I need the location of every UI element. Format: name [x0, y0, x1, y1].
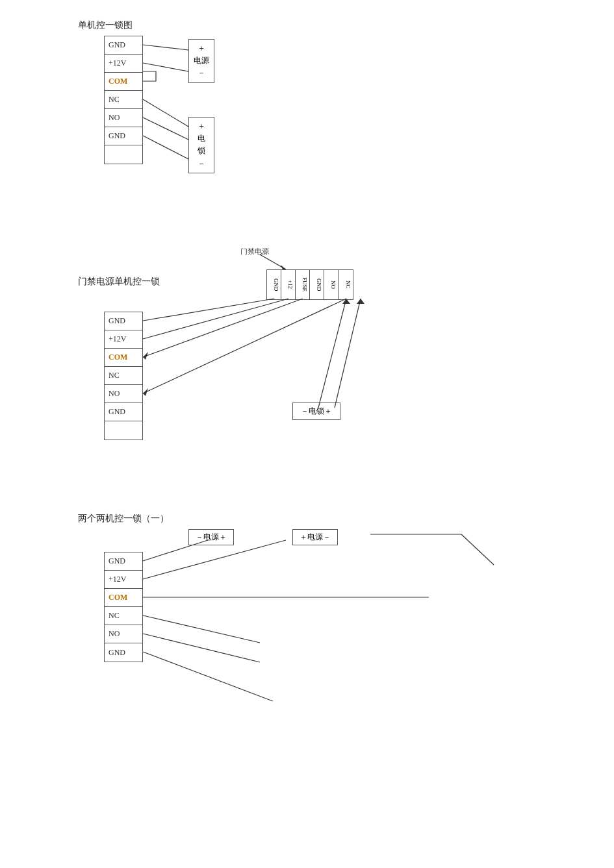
d3-terminal-gnd: GND — [105, 552, 142, 571]
diagram1-title: 单机控一锁图 — [78, 19, 133, 31]
svg-line-8 — [143, 299, 288, 339]
d2-terminal-no: NO — [105, 385, 142, 403]
diagram3-terminal: GND +12V COM NC NO GND — [104, 552, 143, 662]
ctrl-no: NO — [324, 270, 339, 299]
ctrl-gnd: GND — [267, 270, 281, 299]
svg-line-14 — [335, 299, 361, 408]
svg-line-3 — [143, 118, 188, 140]
d2-terminal-12v: +12V — [105, 330, 142, 349]
diagram2-terminal: GND +12V COM NC NO GND — [104, 312, 143, 440]
svg-line-2 — [143, 99, 188, 127]
svg-marker-12 — [143, 388, 148, 396]
svg-line-21 — [143, 634, 260, 662]
d2-terminal-nc: NC — [105, 367, 142, 385]
diagram2-arrow-svg — [221, 247, 286, 273]
ctrl-fuse: FUSE — [296, 270, 310, 299]
d3-terminal-12v: +12V — [105, 571, 142, 589]
d2-terminal-gnd2: GND — [105, 403, 142, 421]
svg-line-18 — [143, 540, 286, 579]
svg-marker-10 — [143, 352, 148, 360]
ctrl-nc: NC — [339, 270, 353, 299]
svg-line-0 — [143, 45, 188, 50]
diagram1-terminal: GND +12V COM NC NO GND — [104, 36, 143, 164]
diagram2-title: 门禁电源单机控一锁 — [78, 276, 160, 288]
svg-line-7 — [143, 299, 274, 321]
terminal-no: NO — [105, 109, 142, 127]
terminal-nc: NC — [105, 91, 142, 109]
d2-terminal-gnd: GND — [105, 312, 142, 330]
diagram1-power-box: ＋电源－ — [188, 39, 214, 83]
svg-line-9 — [143, 299, 303, 357]
diagram2-controller-box: GND +12 FUSE GND NO NC — [266, 269, 353, 300]
terminal-12v: +12V — [105, 55, 142, 73]
d2-terminal-com: COM — [105, 349, 142, 367]
d3-terminal-gnd2: GND — [105, 643, 142, 662]
terminal-com: COM — [105, 73, 142, 91]
ctrl-gnd2: GND — [310, 270, 324, 299]
diagram3-title: 两个两机控一锁（一） — [78, 513, 169, 525]
svg-line-13 — [318, 299, 346, 408]
d2-terminal-empty — [105, 421, 142, 440]
terminal-gnd: GND — [105, 36, 142, 55]
terminal-empty — [105, 145, 142, 164]
svg-line-11 — [143, 299, 346, 393]
terminal-gnd2: GND — [105, 127, 142, 145]
diagram1-lock-box: ＋电锁－ — [188, 117, 214, 173]
svg-line-1 — [143, 63, 188, 71]
diagram3-power-left: －电源＋ — [188, 529, 234, 545]
diagram2-lock-box: －电锁＋ — [292, 403, 340, 420]
diagram3-power-right: ＋电源－ — [292, 529, 338, 545]
d3-terminal-no: NO — [105, 625, 142, 643]
d3-terminal-nc: NC — [105, 607, 142, 625]
svg-line-24 — [461, 534, 494, 565]
svg-line-4 — [143, 136, 188, 159]
svg-line-22 — [143, 652, 273, 701]
ctrl-12: +12 — [281, 270, 296, 299]
svg-marker-16 — [357, 299, 365, 304]
d3-terminal-com: COM — [105, 589, 142, 607]
svg-line-20 — [143, 615, 260, 643]
